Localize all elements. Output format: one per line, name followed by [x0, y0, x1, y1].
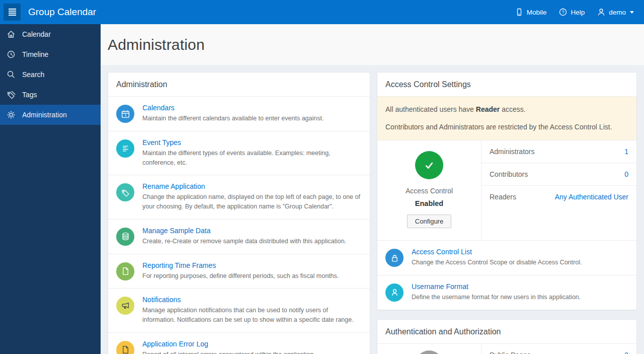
authentication-section: Public Pages 2 [377, 344, 636, 354]
public-pages-count-link[interactable]: 2 [624, 351, 628, 354]
application-error-log-description: Report of all internal errors encountere… [142, 350, 315, 354]
sidebar-item-administration[interactable]: Administration [0, 105, 101, 125]
reporting-time-frames-link[interactable]: Reporting Time Frames [142, 261, 339, 269]
notice-line-2: Contributors and Administrators are rest… [385, 122, 628, 132]
public-pages-row: Public Pages 2 [481, 344, 636, 354]
app-title: Group Calendar [28, 7, 96, 18]
authentication-authorization-card: Authentication and Authorization Public … [377, 319, 637, 354]
document-icon [116, 341, 134, 354]
application-error-log-link[interactable]: Application Error Log [142, 340, 315, 348]
rename-application-description: Change the application name, displayed o… [142, 192, 362, 211]
list-item-username-format[interactable]: Username Format Define the username form… [377, 275, 636, 310]
user-icon [597, 8, 606, 17]
check-icon [415, 151, 443, 179]
configure-button[interactable]: Configure [407, 215, 451, 228]
page-title: Administration [108, 36, 637, 53]
gear-icon [7, 110, 16, 119]
main-content: Administration Administration 1 Calendar… [101, 0, 644, 354]
manage-sample-data-description: Create, re-Create or remove sample data … [142, 237, 346, 246]
list-item-calendars[interactable]: 1 Calendars Maintain the different calen… [108, 97, 370, 131]
administration-card-title: Administration [108, 73, 370, 97]
list-item-access-control-list[interactable]: Access Control List Change the Access Co… [377, 241, 636, 275]
authentication-status [377, 344, 481, 354]
notifications-description: Manage application notifications that ca… [142, 306, 362, 325]
topbar-links: Mobile ? Help demo [515, 8, 634, 17]
help-icon: ? [558, 8, 568, 17]
chevron-down-icon [630, 11, 634, 14]
sidebar-item-search[interactable]: Search [0, 64, 101, 85]
notice-line-1: All authenticated users have Reader acce… [385, 105, 628, 115]
public-pages-label: Public Pages [490, 351, 531, 354]
hamburger-menu-button[interactable] [4, 4, 21, 21]
list-item-application-error-log[interactable]: Application Error Log Report of all inte… [108, 333, 370, 354]
contributors-row: Contributors 0 [481, 163, 636, 186]
administrators-label: Administrators [490, 148, 534, 156]
list-item-notifications[interactable]: Notifications Manage application notific… [108, 289, 370, 333]
username-format-description: Define the username format for new users… [412, 293, 581, 302]
administrators-count-link[interactable]: 1 [624, 148, 628, 156]
clock-icon [7, 50, 16, 59]
list-item-event-types[interactable]: Event Types Maintain the different types… [108, 131, 370, 176]
administrators-row: Administrators 1 [481, 140, 636, 163]
top-header: Group Calendar Mobile ? Help demo [0, 0, 644, 24]
tag-icon [116, 183, 134, 201]
lock-icon [385, 249, 404, 267]
contributors-count-link[interactable]: 0 [624, 170, 628, 178]
sidebar-item-tags[interactable]: Tags [0, 85, 101, 105]
home-icon [7, 30, 16, 39]
event-types-description: Maintain the different types of events a… [142, 149, 362, 168]
sidebar-item-calendar[interactable]: Calendar [0, 24, 101, 44]
list-item-rename-application[interactable]: Rename Application Change the applicatio… [108, 175, 370, 220]
calendar-icon: 1 [116, 105, 134, 123]
tag-icon [7, 90, 16, 99]
administration-card: Administration 1 Calendars Maintain the … [108, 72, 370, 354]
status-circle-icon [415, 350, 443, 354]
access-control-value: Enabled [382, 199, 476, 207]
document-icon [116, 262, 134, 280]
calendars-link[interactable]: Calendars [142, 104, 324, 112]
readers-label: Readers [490, 193, 516, 201]
readers-row: Readers Any Authenticated User [481, 186, 636, 208]
contributors-label: Contributors [490, 170, 528, 178]
mobile-link[interactable]: Mobile [515, 8, 547, 17]
access-counts: Administrators 1 Contributors 0 Readers … [481, 140, 636, 240]
access-control-list-link[interactable]: Access Control List [412, 248, 582, 256]
reporting-time-frames-description: For reporting purposes, define different… [142, 271, 339, 281]
list-item-reporting-time-frames[interactable]: Reporting Time Frames For reporting purp… [108, 254, 370, 289]
access-control-status-section: Access Control Enabled Configure Adminis… [377, 140, 636, 241]
calendars-description: Maintain the different calendars availab… [142, 114, 324, 123]
page-title-band: Administration [101, 24, 644, 65]
person-icon [385, 284, 404, 302]
access-control-status: Access Control Enabled Configure [377, 140, 481, 240]
help-link[interactable]: ? Help [558, 8, 585, 17]
database-icon [116, 228, 134, 246]
notifications-link[interactable]: Notifications [142, 296, 362, 304]
access-control-label: Access Control [382, 187, 476, 195]
access-control-list-description: Change the Access Control Scope or disab… [412, 258, 582, 267]
svg-text:1: 1 [124, 113, 126, 117]
manage-sample-data-link[interactable]: Manage Sample Data [142, 227, 346, 235]
megaphone-icon [116, 297, 134, 315]
rename-application-link[interactable]: Rename Application [142, 182, 362, 190]
access-control-notice: All authenticated users have Reader acce… [377, 97, 636, 140]
list-item-manage-sample-data[interactable]: Manage Sample Data Create, re-Create or … [108, 220, 370, 254]
username-format-link[interactable]: Username Format [412, 282, 581, 291]
access-control-settings-title: Access Control Settings [377, 73, 636, 97]
sidebar: Calendar Timeline Search Tags Administra… [0, 24, 101, 354]
authentication-counts: Public Pages 2 [481, 344, 636, 354]
access-control-settings-card: Access Control Settings All authenticate… [377, 72, 637, 310]
svg-text:?: ? [562, 10, 565, 15]
authentication-authorization-title: Authentication and Authorization [377, 320, 636, 344]
list-icon [116, 139, 134, 158]
readers-value-link[interactable]: Any Authenticated User [555, 193, 628, 201]
user-menu[interactable]: demo [597, 8, 634, 17]
event-types-link[interactable]: Event Types [142, 138, 362, 147]
mobile-icon [515, 8, 524, 17]
sidebar-item-timeline[interactable]: Timeline [0, 44, 101, 64]
search-icon [7, 70, 16, 79]
